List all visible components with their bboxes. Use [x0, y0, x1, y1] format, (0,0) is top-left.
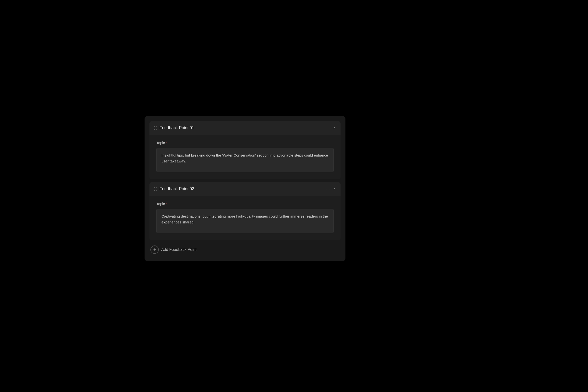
topic-content-02[interactable]: Captivating destinations, but integratin…: [156, 209, 334, 233]
topic-label-01: Topic *: [156, 141, 334, 145]
topic-label-02: Topic *: [156, 202, 334, 206]
card-title-02: Feedback Point 02: [160, 186, 323, 191]
drag-handle-01[interactable]: [154, 126, 156, 130]
card-title-01: Feedback Point 01: [160, 126, 323, 130]
required-star-01: *: [166, 141, 167, 144]
topic-label-text-01: Topic: [156, 141, 165, 145]
menu-button-02[interactable]: ···: [326, 187, 331, 191]
chevron-up-icon-01[interactable]: ∧: [333, 126, 336, 130]
menu-button-01[interactable]: ···: [326, 126, 331, 130]
chevron-up-icon-02[interactable]: ∧: [333, 187, 336, 191]
topic-content-01[interactable]: Insightful tips, but breaking down the '…: [156, 148, 334, 172]
topic-label-text-02: Topic: [156, 202, 165, 206]
drag-handle-02[interactable]: [154, 187, 156, 191]
card-header-02: Feedback Point 02 ··· ∧: [150, 182, 340, 196]
card-body-02: Topic * Captivating destinations, but in…: [150, 196, 340, 240]
card-header-01: Feedback Point 01 ··· ∧: [150, 121, 340, 135]
feedback-card-02: Feedback Point 02 ··· ∧ Topic * Captivat…: [150, 182, 340, 240]
required-star-02: *: [166, 202, 167, 206]
feedback-card-01: Feedback Point 01 ··· ∧ Topic * Insightf…: [150, 121, 340, 179]
card-body-01: Topic * Insightful tips, but breaking do…: [150, 135, 340, 179]
add-feedback-button[interactable]: + Add Feedback Point: [150, 243, 340, 256]
add-feedback-label: Add Feedback Point: [161, 248, 196, 252]
card-actions-01: ··· ∧: [326, 126, 336, 130]
card-actions-02: ··· ∧: [326, 187, 336, 191]
add-circle-icon: +: [150, 246, 159, 254]
main-container: Feedback Point 01 ··· ∧ Topic * Insightf…: [144, 116, 346, 261]
